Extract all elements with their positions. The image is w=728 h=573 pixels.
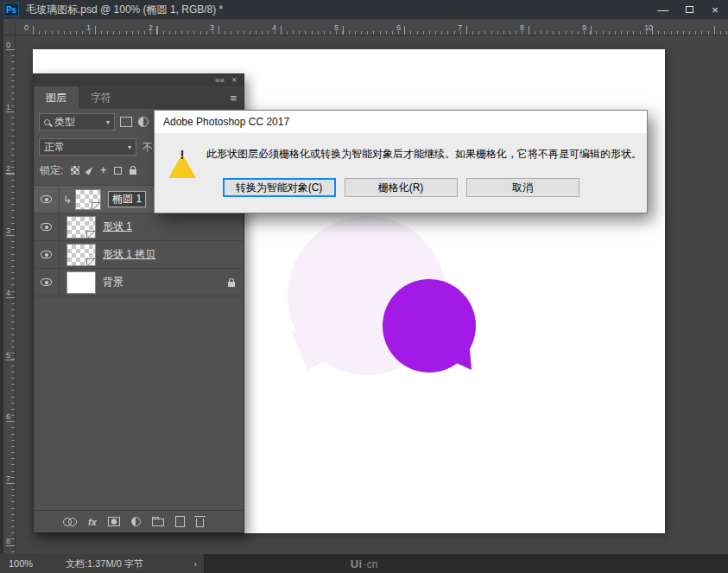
ruler-number: 4 (272, 23, 276, 32)
ruler-number: 2 (6, 164, 10, 173)
ruler-number: 6 (396, 23, 401, 32)
window-controls: — × (650, 0, 728, 19)
dialog-buttons: 转换为智能对象(C) 栅格化(R) 取消 (155, 178, 647, 197)
restore-button[interactable] (676, 0, 702, 19)
ruler-number: 5 (6, 351, 10, 360)
blend-mode-dropdown[interactable]: 正常 ▾ (39, 138, 136, 156)
warning-exclamation: ! (168, 147, 196, 162)
lock-artboard-icon[interactable] (114, 167, 122, 175)
vertical-ruler[interactable]: 0 1 2 3 4 5 6 7 8 (3, 35, 16, 554)
ruler-number: 9 (582, 23, 586, 32)
lock-all-icon[interactable] (130, 169, 136, 175)
filter-pixel-layers-icon[interactable] (120, 117, 132, 127)
link-layers-icon[interactable] (63, 518, 77, 525)
ruler-number: 3 (210, 23, 214, 32)
tab-character[interactable]: 字符 (79, 86, 123, 109)
layer-thumbnail[interactable] (75, 189, 101, 210)
dialog-body: ! 此形状图层必须栅格化或转换为智能对象后才能继续。如果栅格化，它将不再是可编辑… (155, 133, 647, 166)
chevron-down-icon: ▾ (128, 143, 131, 151)
close-panel-icon[interactable]: × (231, 76, 237, 85)
lock-image-pixels-icon[interactable] (85, 165, 95, 175)
workspace: 0 1 2 3 4 5 6 7 8 9 10 0 1 2 3 4 5 6 7 8 (0, 19, 728, 554)
dialog-title-bar[interactable]: Adobe Photoshop CC 2017 (155, 111, 647, 133)
layer-thumbnail[interactable] (66, 271, 96, 294)
visibility-cell[interactable] (34, 269, 60, 296)
visibility-cell[interactable] (34, 241, 60, 268)
layer-style-fx-icon[interactable]: fx (88, 517, 97, 527)
add-layer-mask-icon[interactable] (108, 517, 120, 526)
warning-icon: ! (168, 142, 196, 166)
convert-to-smart-object-button[interactable]: 转换为智能对象(C) (223, 178, 336, 197)
eye-icon (41, 278, 52, 286)
tab-layers[interactable]: 图层 (34, 86, 79, 109)
ruler-number: 1 (6, 103, 10, 111)
lock-position-icon[interactable]: + (100, 166, 106, 175)
panel-tabs: 图层 字符 ≡ (34, 86, 244, 109)
ruler-ticks-major (33, 26, 728, 35)
cancel-button[interactable]: 取消 (466, 178, 579, 197)
watermark-suffix: ·cn (364, 557, 378, 570)
photoshop-window: Ps 毛玻璃图标.psd @ 100% (椭圆 1, RGB/8) * — × … (0, 0, 728, 573)
ruler-number: 3 (6, 226, 10, 235)
ruler-number: 8 (6, 537, 10, 545)
lock-transparent-pixels-icon[interactable] (71, 166, 79, 175)
layer-name[interactable]: 形状 1 拷贝 (103, 247, 155, 262)
ruler-number: 8 (520, 23, 524, 32)
status-chevron-icon[interactable]: › (193, 558, 197, 569)
title-bar[interactable]: Ps 毛玻璃图标.psd @ 100% (椭圆 1, RGB/8) * — × (0, 0, 728, 19)
layer-name[interactable]: 背景 (103, 275, 123, 290)
delete-layer-icon[interactable] (196, 519, 204, 527)
layer-thumbnail[interactable] (66, 244, 96, 266)
status-left-section: 100% 文档:1.37M/0 字节 › (0, 554, 205, 573)
horizontal-ruler[interactable]: 0 1 2 3 4 5 6 7 8 9 10 (16, 22, 728, 35)
photoshop-logo-icon: Ps (3, 3, 19, 16)
panel-menu-icon[interactable]: ≡ (230, 92, 237, 105)
restore-icon (686, 6, 693, 13)
rasterize-button[interactable]: 栅格化(R) (345, 178, 458, 197)
ruler-number: 1 (86, 23, 91, 32)
eye-icon (41, 223, 52, 231)
ruler-number: 7 (458, 23, 462, 32)
eye-icon (41, 251, 52, 258)
shape-layer-badge-icon (92, 202, 101, 210)
filter-type-dropdown[interactable]: 类型 ▾ (39, 113, 115, 131)
adjustment-layer-icon[interactable] (131, 517, 141, 526)
blend-mode-value: 正常 (44, 140, 65, 155)
new-group-icon[interactable] (152, 519, 164, 526)
ruler-number: 5 (334, 23, 339, 32)
dialog-title: Adobe Photoshop CC 2017 (163, 116, 289, 128)
shape-layer-badge-icon (86, 231, 96, 239)
shape-layer-badge-icon (86, 258, 96, 266)
ruler-number: 6 (6, 412, 10, 421)
background-lock-icon (228, 282, 235, 287)
zoom-level[interactable]: 100% (9, 558, 50, 569)
document-size-info: 文档:1.37M/0 字节 (66, 557, 143, 570)
ruler-origin-box[interactable] (3, 22, 16, 35)
visibility-cell[interactable] (34, 213, 60, 240)
lock-label: 锁定: (40, 163, 63, 178)
ruler-number: 0 (6, 41, 10, 49)
filter-adjustment-layers-icon[interactable] (138, 117, 149, 127)
visibility-cell[interactable] (34, 186, 60, 213)
layer-row-shape-1[interactable]: 形状 1 (34, 213, 244, 241)
layer-name[interactable]: 形状 1 (103, 220, 132, 234)
layer-row-background[interactable]: 背景 (34, 269, 244, 296)
search-icon (44, 119, 50, 125)
ruler-number: 4 (6, 289, 10, 297)
new-layer-icon[interactable] (175, 516, 185, 527)
watermark-logo: Ui ·cn (351, 557, 378, 570)
ruler-number: 10 (644, 23, 653, 32)
close-button[interactable]: × (702, 0, 728, 19)
minimize-button[interactable]: — (650, 0, 676, 19)
layer-name[interactable]: 椭圆 1 (108, 191, 146, 207)
clipping-mask-arrow-icon: ↳ (63, 194, 72, 206)
eye-icon (41, 195, 52, 203)
layer-thumbnail[interactable] (66, 216, 96, 239)
collapse-panel-icon[interactable]: «« (215, 76, 225, 85)
chevron-down-icon: ▾ (106, 118, 110, 126)
ruler-number: 7 (6, 474, 10, 483)
panel-top-bar: «« × (34, 74, 244, 86)
layer-row-shape-1-copy[interactable]: 形状 1 拷贝 (34, 241, 244, 269)
ruler-number: 0 (24, 23, 28, 32)
ruler-number: 2 (149, 23, 153, 32)
